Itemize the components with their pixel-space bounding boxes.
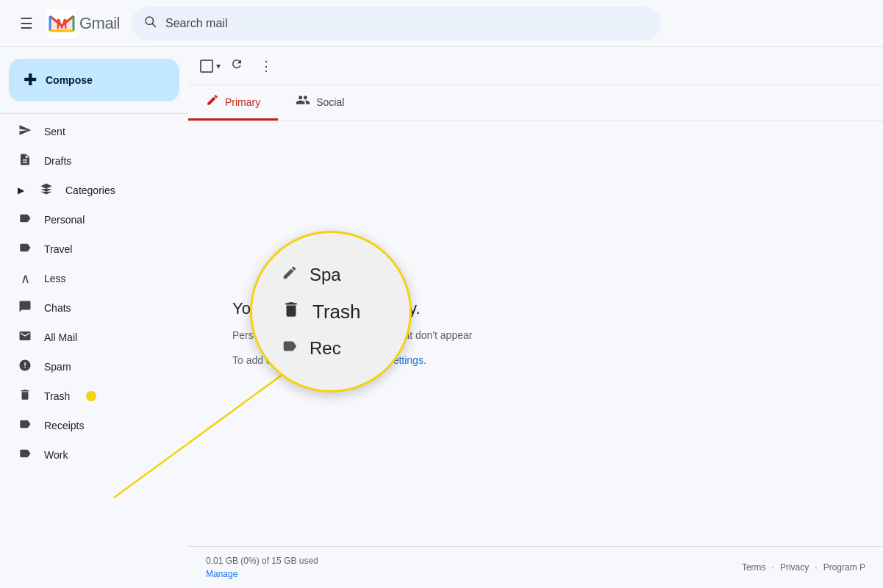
compose-label: Compose — [46, 74, 93, 86]
magnifier-row-trash: Trash — [282, 293, 410, 331]
work-icon — [18, 447, 32, 464]
personal-label: Personal — [44, 214, 85, 226]
mag-spam-label: Spa — [310, 265, 341, 285]
gmail-logo: M Gmail — [47, 9, 120, 38]
main-layout: ✚ Compose Sent Drafts ▶ Categories — [0, 47, 883, 588]
mag-spam-icon — [282, 265, 298, 285]
refresh-icon — [230, 57, 243, 74]
menu-button[interactable]: ☰ — [12, 9, 41, 38]
checkbox-square[interactable] — [200, 60, 213, 73]
checkbox-chevron[interactable]: ▾ — [216, 61, 221, 71]
tab-primary[interactable]: Primary — [188, 85, 278, 121]
travel-label: Travel — [44, 243, 72, 255]
more-icon: ⋮ — [260, 58, 273, 74]
mag-trash-icon — [282, 300, 301, 323]
sidebar-item-chats[interactable]: Chats — [0, 293, 176, 323]
trash-yellow-dot — [86, 391, 96, 401]
all-mail-icon — [18, 329, 32, 346]
hamburger-icon: ☰ — [20, 15, 33, 32]
sidebar-item-less[interactable]: ∧ Less — [0, 264, 176, 293]
sidebar-item-drafts[interactable]: Drafts — [0, 146, 176, 176]
all-mail-label: All Mail — [44, 331, 77, 343]
spam-label: Spam — [44, 361, 71, 373]
categories-icon — [39, 182, 54, 199]
select-all-checkbox[interactable]: ▾ — [200, 60, 221, 73]
receipts-icon — [18, 417, 32, 434]
footer: 0.01 GB (0%) of 15 GB used Manage Terms … — [188, 546, 883, 588]
magnifier-row-receipts: Rec — [282, 331, 410, 366]
sidebar-item-work[interactable]: Work — [0, 440, 176, 470]
more-options-button[interactable]: ⋮ — [253, 53, 279, 79]
toolbar: ▾ ⋮ — [188, 47, 883, 85]
refresh-button[interactable] — [224, 53, 250, 79]
chats-label: Chats — [44, 302, 71, 314]
categories-label: Categories — [65, 184, 115, 196]
magnifier-overlay: Spa Trash Rec — [250, 231, 412, 392]
drafts-label: Drafts — [44, 155, 71, 167]
terms-link[interactable]: Terms — [742, 562, 766, 573]
primary-tab-label: Primary — [225, 96, 260, 108]
trash-icon — [18, 388, 32, 405]
less-icon: ∧ — [18, 270, 32, 287]
spam-icon — [18, 359, 32, 376]
social-tab-icon — [296, 93, 310, 111]
travel-icon — [18, 241, 32, 258]
compose-plus-icon: ✚ — [24, 71, 37, 90]
footer-links: Terms · Privacy · Program P — [742, 562, 865, 573]
tabs-bar: Primary Social — [188, 85, 883, 121]
sidebar-item-all-mail[interactable]: All Mail — [0, 323, 176, 352]
settings-period: . — [423, 354, 426, 366]
drafts-icon — [18, 153, 32, 170]
sidebar-divider — [0, 113, 188, 114]
personal-icon — [18, 212, 32, 229]
work-label: Work — [44, 449, 68, 461]
less-label: Less — [44, 273, 66, 284]
compose-button[interactable]: ✚ Compose — [9, 59, 179, 101]
manage-link[interactable]: Manage — [206, 569, 318, 579]
sidebar: ✚ Compose Sent Drafts ▶ Categories — [0, 47, 188, 588]
sidebar-item-personal[interactable]: Personal — [0, 205, 176, 234]
sidebar-item-categories[interactable]: ▶ Categories — [0, 176, 176, 205]
search-bar[interactable]: Search mail — [132, 7, 661, 40]
gmail-wordmark: Gmail — [79, 14, 120, 33]
sidebar-item-receipts[interactable]: Receipts — [0, 411, 176, 440]
sidebar-item-travel[interactable]: Travel — [0, 234, 176, 264]
tab-social[interactable]: Social — [278, 85, 362, 121]
svg-text:M: M — [57, 17, 68, 32]
storage-info: 0.01 GB (0%) of 15 GB used — [206, 556, 318, 566]
social-tab-label: Social — [316, 96, 344, 108]
sidebar-item-spam[interactable]: Spam — [0, 352, 176, 381]
magnifier-row-spam: Spa — [282, 257, 410, 293]
categories-chevron: ▶ — [18, 185, 24, 196]
footer-storage-section: 0.01 GB (0%) of 15 GB used Manage — [206, 556, 318, 579]
receipts-label: Receipts — [44, 420, 84, 431]
primary-tab-icon — [206, 93, 219, 110]
privacy-link[interactable]: Privacy — [780, 562, 809, 573]
sidebar-item-sent[interactable]: Sent — [0, 117, 176, 146]
sent-label: Sent — [44, 126, 65, 137]
mag-receipts-icon — [282, 338, 298, 359]
program-link[interactable]: Program P — [823, 562, 865, 573]
svg-line-4 — [152, 24, 155, 26]
chats-icon — [18, 300, 32, 317]
sent-icon — [18, 123, 32, 140]
header: ☰ M Gmail Search mail — [0, 0, 883, 47]
sidebar-item-trash[interactable]: Trash — [0, 381, 176, 411]
search-icon — [143, 15, 157, 32]
search-placeholder: Search mail — [165, 17, 227, 30]
trash-label: Trash — [44, 390, 70, 402]
gmail-m-icon: M — [47, 9, 76, 38]
mag-trash-label: Trash — [312, 301, 361, 323]
mag-receipts-label: Rec — [310, 338, 341, 359]
